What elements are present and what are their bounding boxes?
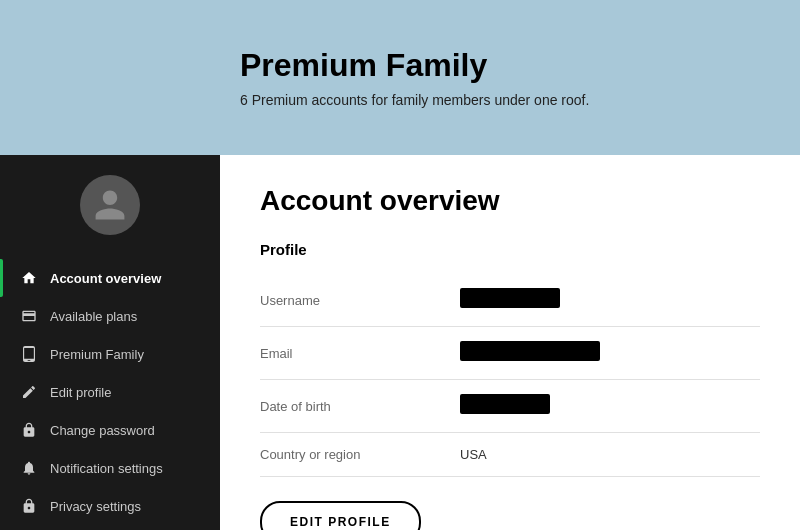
avatar bbox=[80, 175, 140, 235]
profile-row-dob: Date of birth bbox=[260, 380, 760, 433]
profile-fields: Username Email Date of birth Country or … bbox=[260, 274, 760, 477]
profile-row-username: Username bbox=[260, 274, 760, 327]
country-value: USA bbox=[460, 447, 760, 462]
sidebar-item-label: Premium Family bbox=[50, 347, 144, 362]
sidebar-item-account-overview[interactable]: Account overview bbox=[0, 259, 220, 297]
sidebar-item-edit-profile[interactable]: Edit profile bbox=[0, 373, 220, 411]
dob-redacted bbox=[460, 394, 550, 414]
main-layout: Account overview Available plans Premium… bbox=[0, 155, 800, 530]
lock2-icon bbox=[20, 497, 38, 515]
user-avatar-icon bbox=[92, 187, 128, 223]
dob-value bbox=[460, 394, 760, 418]
page-title: Account overview bbox=[260, 185, 760, 217]
sidebar-item-label: Notification settings bbox=[50, 461, 163, 476]
sidebar-item-label: Account overview bbox=[50, 271, 161, 286]
username-value bbox=[460, 288, 760, 312]
username-redacted bbox=[460, 288, 560, 308]
tablet-icon bbox=[20, 345, 38, 363]
card-icon bbox=[20, 307, 38, 325]
country-label: Country or region bbox=[260, 447, 460, 462]
profile-section-title: Profile bbox=[260, 241, 760, 258]
dob-label: Date of birth bbox=[260, 399, 460, 414]
sidebar-item-privacy-settings[interactable]: Privacy settings bbox=[0, 487, 220, 525]
banner: Premium Family 6 Premium accounts for fa… bbox=[0, 0, 800, 155]
bell-icon bbox=[20, 459, 38, 477]
profile-row-country: Country or region USA bbox=[260, 433, 760, 477]
username-label: Username bbox=[260, 293, 460, 308]
email-label: Email bbox=[260, 346, 460, 361]
email-value bbox=[460, 341, 760, 365]
banner-title: Premium Family bbox=[240, 47, 770, 84]
sidebar-item-label: Privacy settings bbox=[50, 499, 141, 514]
home-icon bbox=[20, 269, 38, 287]
sidebar-item-label: Change password bbox=[50, 423, 155, 438]
sidebar-item-notification-settings[interactable]: Notification settings bbox=[0, 449, 220, 487]
sidebar-item-premium-family[interactable]: Premium Family bbox=[0, 335, 220, 373]
sidebar-item-label: Edit profile bbox=[50, 385, 111, 400]
profile-row-email: Email bbox=[260, 327, 760, 380]
email-redacted bbox=[460, 341, 600, 361]
content-area: Account overview Profile Username Email … bbox=[220, 155, 800, 530]
lock-icon bbox=[20, 421, 38, 439]
sidebar-item-label: Available plans bbox=[50, 309, 137, 324]
edit-profile-button[interactable]: EDIT PROFILE bbox=[260, 501, 421, 530]
sidebar-item-available-plans[interactable]: Available plans bbox=[0, 297, 220, 335]
sidebar: Account overview Available plans Premium… bbox=[0, 155, 220, 530]
pencil-icon bbox=[20, 383, 38, 401]
banner-subtitle: 6 Premium accounts for family members un… bbox=[240, 92, 770, 108]
sidebar-item-change-password[interactable]: Change password bbox=[0, 411, 220, 449]
sidebar-navigation: Account overview Available plans Premium… bbox=[0, 259, 220, 525]
